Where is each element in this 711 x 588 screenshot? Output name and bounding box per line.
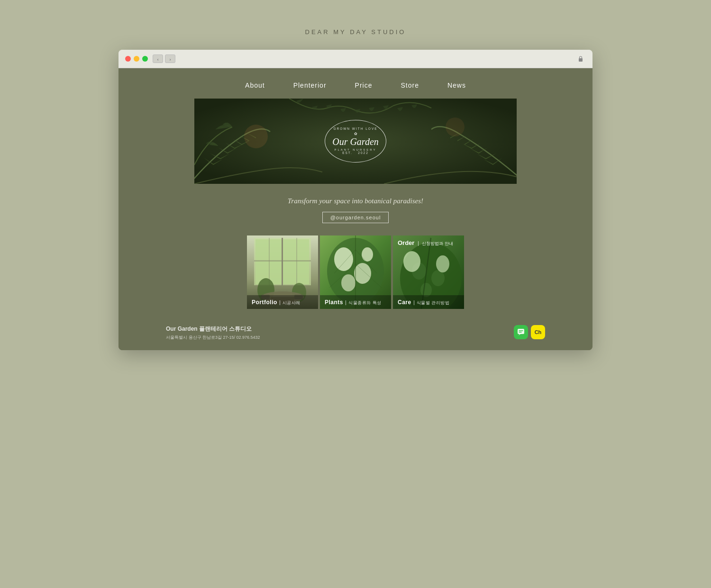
svg-rect-0	[579, 58, 583, 62]
svg-rect-11	[269, 238, 270, 285]
forward-button[interactable]: ›	[165, 54, 175, 63]
nav-store[interactable]: Store	[401, 81, 419, 89]
cards-section: Portfolio시공사례	[118, 228, 592, 318]
svg-point-24	[362, 247, 373, 262]
instagram-button[interactable]: @ourgarden.seoul	[322, 212, 389, 223]
website-content: About Plenterior Price Store News	[118, 68, 592, 350]
hero-logo: GROWN WITH LOVE ✿ Our Garden PLANT NURSE…	[325, 120, 386, 163]
minimize-button[interactable]	[134, 56, 139, 62]
svg-point-31	[436, 255, 449, 272]
footer-icons: Ch	[514, 325, 545, 339]
tagline-text: Transform your space into botanical para…	[118, 197, 592, 205]
tagline-section: Transform your space into botanical para…	[118, 184, 592, 228]
svg-point-30	[403, 251, 420, 272]
svg-point-22	[354, 263, 371, 284]
nav-price[interactable]: Price	[355, 81, 373, 89]
chat-green-icon[interactable]	[514, 325, 528, 339]
care-label: Care식물별 관리방법	[393, 295, 464, 309]
lock-icon	[575, 54, 586, 63]
svg-point-28	[431, 270, 445, 286]
browser-toolbar: ‹ ›	[118, 50, 592, 68]
traffic-lights	[125, 56, 148, 62]
nav-buttons: ‹ ›	[153, 54, 175, 63]
chat-yellow-icon[interactable]: Ch	[531, 325, 545, 339]
logo-grown-text: GROWN WITH LOVE	[333, 127, 377, 130]
svg-point-2	[244, 125, 268, 148]
portfolio-card[interactable]: Portfolio시공사례	[247, 235, 318, 309]
close-button[interactable]	[125, 56, 131, 62]
plants-label: Plants식물종류와 특성	[320, 295, 391, 309]
logo-main-text: Our Garden	[332, 136, 379, 147]
plants-card[interactable]: Plants식물종류와 특성	[320, 235, 391, 309]
svg-rect-32	[518, 329, 524, 334]
care-card[interactable]: Order 신청방법과 안내 Care식물별 관리방법	[393, 235, 464, 309]
footer-section: Our Garden 플랜테리어 스튜디오 서울특별시 용산구 한남로3길 27…	[118, 318, 592, 350]
back-button[interactable]: ‹	[153, 54, 163, 63]
logo-est-year: EST. 2022	[342, 151, 369, 154]
nav-plenterior[interactable]: Plenterior	[293, 81, 327, 89]
svg-point-23	[341, 274, 356, 291]
nav-about[interactable]: About	[245, 81, 265, 89]
footer-company-name: Our Garden 플랜테리어 스튜디오	[166, 325, 260, 333]
svg-rect-12	[296, 238, 297, 285]
site-nav: About Plenterior Price Store News	[118, 68, 592, 99]
footer-address: 서울특별시 용산구 한남로3길 27-15/ 02.976.5432	[166, 335, 260, 341]
svg-rect-10	[254, 260, 311, 262]
order-overlay: Order 신청방법과 안내	[393, 235, 464, 251]
logo-leaf-icon: ✿	[354, 132, 357, 136]
studio-title: DEAR MY DAY STUDIO	[305, 28, 406, 36]
maximize-button[interactable]	[142, 56, 148, 62]
svg-point-3	[446, 118, 465, 136]
hero-banner: GROWN WITH LOVE ✿ Our Garden PLANT NURSE…	[194, 99, 517, 184]
browser-window: ‹ › About Plenterior Price Store News	[118, 50, 592, 350]
svg-rect-7	[255, 239, 282, 284]
footer-info: Our Garden 플랜테리어 스튜디오 서울특별시 용산구 한남로3길 27…	[166, 325, 260, 341]
svg-rect-8	[283, 239, 309, 284]
nav-news[interactable]: News	[447, 81, 466, 89]
portfolio-label: Portfolio시공사례	[247, 295, 318, 309]
svg-point-21	[334, 247, 353, 271]
